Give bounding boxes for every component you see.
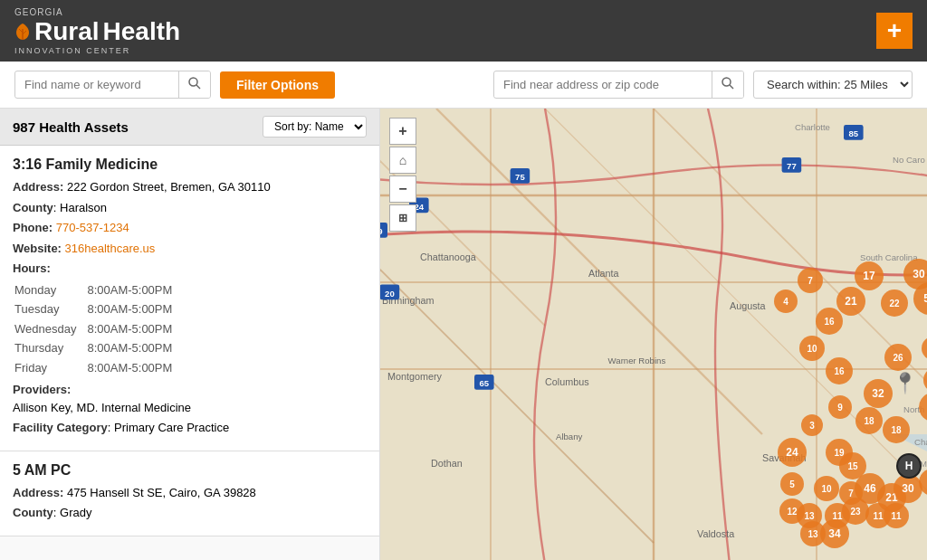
thursday-value: 8:00AM-5:00PM: [87, 339, 172, 357]
address-input[interactable]: [494, 72, 712, 97]
layers-button[interactable]: ⊞: [389, 204, 416, 232]
tuesday-value: 8:00AM-5:00PM: [87, 300, 172, 318]
toolbar: Filter Options Search within: 25 Miles: [0, 62, 927, 109]
cluster-10[interactable]: 10: [799, 336, 825, 361]
zoom-out-button[interactable]: −: [389, 176, 416, 203]
hours-row-wednesday: Wednesday 8:00AM-5:00PM: [14, 320, 172, 338]
address-value-2: 475 Hansell St SE, Cairo, GA 39828: [67, 486, 256, 499]
cluster-5[interactable]: 22: [881, 289, 908, 317]
svg-text:77: 77: [787, 161, 797, 171]
cluster-0[interactable]: 7: [798, 268, 823, 293]
wednesday-label: Wednesday: [14, 320, 85, 338]
cluster-59[interactable]: 34: [820, 519, 849, 548]
listing-providers-1: Providers: Allison Key, MD. Internal Med…: [13, 381, 367, 416]
hospital-marker-1[interactable]: H: [896, 453, 922, 479]
add-button[interactable]: +: [876, 13, 913, 49]
svg-text:Augusta: Augusta: [730, 300, 766, 311]
svg-text:Warner Robins: Warner Robins: [608, 356, 666, 365]
friday-label: Friday: [14, 359, 85, 377]
svg-text:No Caro: No Caro: [893, 155, 925, 165]
sort-select[interactable]: Sort by: Name: [263, 116, 367, 138]
hours-row-friday: Friday 8:00AM-5:00PM: [14, 359, 172, 377]
website-link-1[interactable]: 316healthcare.us: [65, 242, 156, 255]
svg-text:Charleston: Charleston: [914, 437, 927, 447]
svg-point-0: [189, 78, 197, 86]
providers-label: Providers:: [13, 383, 71, 396]
cluster-55[interactable]: 23: [842, 498, 869, 525]
svg-text:Columbus: Columbus: [545, 376, 589, 387]
svg-text:Valdosta: Valdosta: [697, 528, 734, 539]
zoom-in-button[interactable]: +: [389, 118, 416, 145]
logo-georgia: GEORGIA: [14, 7, 180, 17]
cluster-11[interactable]: 16: [826, 357, 853, 384]
listing-website-1: Website: 316healthcare.us: [13, 240, 367, 258]
address-label: Address:: [13, 180, 63, 194]
cluster-8[interactable]: 16: [816, 308, 843, 335]
county-value-2: Grady: [60, 506, 91, 519]
address-search-box: [493, 71, 744, 99]
keyword-search-button[interactable]: [178, 71, 210, 98]
cluster-6[interactable]: 4: [774, 289, 798, 313]
filter-options-button[interactable]: Filter Options: [220, 71, 335, 99]
listing-hours-1: Hours: Monday 8:00AM-5:00PM Tuesday 8:00…: [13, 260, 367, 378]
svg-text:65: 65: [479, 378, 489, 388]
cluster-26[interactable]: 18: [883, 416, 910, 443]
search-icon: [188, 77, 201, 90]
friday-value: 8:00AM-5:00PM: [87, 359, 172, 377]
cluster-1[interactable]: 17: [855, 261, 884, 290]
svg-line-3: [730, 85, 733, 89]
listing-name-2[interactable]: 5 AM PC: [13, 462, 367, 479]
listing-card-1: 3:16 Family Medicine Address: 222 Gordon…: [0, 146, 379, 451]
monday-value: 8:00AM-5:00PM: [87, 281, 172, 299]
svg-text:Dothan: Dothan: [431, 458, 463, 469]
header: GEORGIA Rural Health INNOVATION CENTER +: [0, 0, 927, 62]
svg-line-1: [196, 85, 200, 89]
cluster-25[interactable]: 18: [855, 407, 883, 434]
address-label-2: Address:: [13, 486, 63, 499]
svg-text:59: 59: [380, 226, 383, 236]
cluster-4[interactable]: 21: [836, 287, 865, 316]
pin-marker-0[interactable]: 📍: [893, 372, 917, 395]
svg-text:Chattanooga: Chattanooga: [420, 252, 476, 262]
cluster-12[interactable]: 26: [884, 344, 912, 371]
keyword-input[interactable]: [15, 72, 178, 97]
cluster-24[interactable]: 3: [801, 414, 823, 436]
logo-subtitle: INNOVATION CENTER: [14, 46, 180, 55]
hours-label: Hours:: [13, 261, 51, 275]
map-area: Chattanooga Birmingham Atlanta Augusta M…: [380, 109, 927, 560]
svg-point-2: [722, 78, 731, 86]
listing-name-1[interactable]: 3:16 Family Medicine: [13, 157, 367, 173]
home-button[interactable]: ⌂: [389, 147, 416, 174]
cluster-23[interactable]: 9: [828, 395, 852, 419]
hours-row-tuesday: Tuesday 8:00AM-5:00PM: [14, 300, 172, 318]
address-value-1: 222 Gordon Street, Bremen, GA 30110: [67, 180, 271, 194]
panel-header: 987 Health Assets Sort by: Name: [0, 109, 379, 146]
map-controls: + ⌂ − ⊞: [389, 118, 416, 232]
svg-text:75: 75: [515, 172, 525, 182]
facility-value-1: Primary Care Practice: [114, 421, 229, 434]
logo-leaf-icon: [14, 22, 31, 42]
svg-text:Atlanta: Atlanta: [588, 268, 619, 279]
address-search-button[interactable]: [712, 71, 743, 98]
listing-card-2: 5 AM PC Address: 475 Hansell St SE, Cair…: [0, 451, 379, 536]
listing-facility-1: Facility Category: Primary Care Practice: [13, 419, 367, 437]
phone-label: Phone:: [13, 221, 53, 234]
phone-link-1[interactable]: 770-537-1234: [56, 221, 129, 234]
svg-text:Albany: Albany: [556, 432, 583, 441]
keyword-search-box: [14, 71, 211, 99]
within-select[interactable]: Search within: 25 Miles: [753, 71, 913, 99]
listing-county-2: County: Grady: [13, 504, 367, 522]
listing-address-1: Address: 222 Gordon Street, Bremen, GA 3…: [13, 178, 367, 196]
cluster-57[interactable]: 11: [884, 503, 909, 528]
wednesday-value: 8:00AM-5:00PM: [87, 320, 172, 338]
county-value-1: Haralson: [60, 201, 107, 214]
cluster-22[interactable]: 32: [864, 379, 893, 408]
cluster-42[interactable]: 5: [780, 472, 804, 496]
facility-label: Facility Category: [13, 421, 108, 434]
listing-county-1: County: Haralson: [13, 199, 367, 217]
cluster-35[interactable]: 24: [778, 438, 807, 467]
logo-health: Health: [103, 17, 181, 46]
logo-rural: Rural: [34, 17, 100, 46]
main-layout: 987 Health Assets Sort by: Name 3:16 Fam…: [0, 109, 927, 560]
cluster-43[interactable]: 10: [814, 476, 839, 501]
